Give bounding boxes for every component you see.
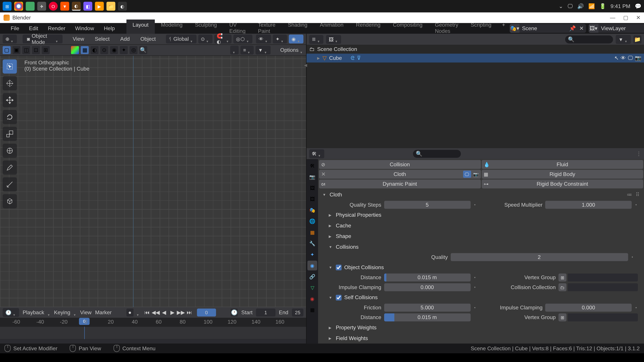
properties-options-icon[interactable]: ⋮ <box>636 150 642 157</box>
menu-file[interactable]: File <box>6 23 24 33</box>
outliner-editor-button[interactable]: ≣ <box>309 35 324 44</box>
anim-dot-icon[interactable]: • <box>473 285 477 290</box>
annotate-tool[interactable] <box>3 160 17 175</box>
scene-delete-icon[interactable]: ✕ <box>577 24 586 33</box>
options-button[interactable]: Options <box>280 47 298 53</box>
self-collisions-header[interactable]: ▼Self Collisions <box>318 292 644 303</box>
timeline-editor-button[interactable]: 🕐 <box>3 308 19 317</box>
search-icon[interactable]: 🔍 <box>139 46 148 54</box>
shading-2[interactable]: ◐ <box>90 46 98 54</box>
drag-icon[interactable]: ⠿ <box>636 192 640 198</box>
physics-fluid-button[interactable]: 💧Fluid <box>482 160 643 169</box>
speed-mult-field[interactable]: 1.000 <box>545 201 632 209</box>
outliner-new-collection[interactable]: 📁 <box>634 35 642 43</box>
transform-tool[interactable] <box>3 144 17 158</box>
tl-view[interactable]: View <box>80 309 92 316</box>
shading-3[interactable]: ⊙ <box>100 46 108 54</box>
timeline-ruler[interactable]: 0 -60-40-20020406080100120140160 <box>0 318 306 327</box>
color-icon[interactable] <box>71 46 79 54</box>
anim-dot-icon[interactable]: • <box>630 255 634 259</box>
impulse-field[interactable]: 0.000 <box>384 283 470 291</box>
self-distance-field[interactable]: 0.015 m <box>384 313 470 322</box>
distance-field[interactable]: 0.015 m <box>384 274 470 282</box>
tl-playback[interactable]: Playback <box>23 309 44 316</box>
cloth-panel-header[interactable]: ▼ Cloth ≔⠿ <box>318 189 644 200</box>
self-impulse-field[interactable]: 0.000 <box>545 304 632 312</box>
tab-particles-icon[interactable]: ✦ <box>308 250 317 259</box>
orientation-selector[interactable]: ᛩ Global <box>166 34 196 43</box>
viewlayer-name[interactable]: ViewLayer <box>598 25 644 31</box>
explorer-icon[interactable]: 📁 <box>106 2 116 11</box>
maximize-button[interactable]: ▢ <box>623 14 628 21</box>
self-collisions-checkbox[interactable] <box>336 295 342 300</box>
anim-dot-icon[interactable]: • <box>473 305 477 310</box>
close-button[interactable]: ✕ <box>636 14 640 21</box>
tab-tool-icon[interactable]: 🛠 <box>308 161 317 171</box>
autokey-button[interactable]: ● <box>126 309 133 317</box>
start-icon[interactable]: ⊞ <box>3 2 12 11</box>
anim-dot-icon[interactable]: • <box>634 305 638 310</box>
friction-field[interactable]: 5.000 <box>384 304 470 312</box>
mode-selector[interactable]: ◙ Object Mode <box>22 34 62 43</box>
tab-texture-icon[interactable]: ▦ <box>308 305 317 315</box>
end-frame[interactable]: 25 <box>292 309 304 317</box>
tab-constraint-icon[interactable]: 🔗 <box>308 272 317 281</box>
anim-dot-icon[interactable]: • <box>473 275 477 280</box>
tl-marker[interactable]: Marker <box>95 309 112 316</box>
tray-wifi-icon[interactable]: 📶 <box>588 3 595 9</box>
phys-props-header[interactable]: ▶Physical Properties <box>318 210 644 220</box>
self-vgroup-field[interactable] <box>568 313 638 322</box>
vgroup-icon[interactable]: ⊞ <box>558 313 566 322</box>
outliner-filter-button[interactable]: ▼ <box>616 35 631 44</box>
scene-selector[interactable]: 🎭▾ Scene 📌 ✕ <box>510 24 586 33</box>
tab-viewlayer-icon[interactable]: 🖾 <box>308 194 317 204</box>
vp-menu-select[interactable]: Select <box>90 34 114 44</box>
filter-dropdown[interactable]: ▼ <box>256 45 270 54</box>
tl-keying[interactable]: Keying <box>54 309 70 316</box>
display-icon[interactable]: 🖵 <box>463 171 471 178</box>
scene-name[interactable]: Scene <box>520 25 568 31</box>
collapse-icon[interactable]: ◀ <box>304 58 308 72</box>
menu-help[interactable]: Help <box>100 23 119 33</box>
tab-material-icon[interactable]: ◉ <box>308 294 317 304</box>
vgroup-icon[interactable]: ⊞ <box>558 274 566 282</box>
move-tool[interactable] <box>3 93 17 107</box>
brave-icon[interactable]: ▼ <box>60 2 69 11</box>
shading-dropdown[interactable] <box>230 45 239 54</box>
menu-edit[interactable]: Edit <box>24 23 42 33</box>
viewlayer-browse-icon[interactable]: 🖼▾ <box>588 24 598 33</box>
jump-start-icon[interactable]: ⏮ <box>143 309 151 317</box>
chrome-icon[interactable] <box>14 2 23 11</box>
properties-search[interactable]: 🔍 <box>413 150 461 158</box>
shape-header[interactable]: ▶Shape <box>318 231 644 242</box>
anim-dot-icon[interactable]: • <box>634 203 638 207</box>
gizmo-button[interactable]: ✦ <box>273 34 287 43</box>
start-frame[interactable]: 1 <box>256 309 276 317</box>
obj-collisions-checkbox[interactable] <box>336 265 342 270</box>
vp-menu-add[interactable]: Add <box>116 34 134 44</box>
vp-menu-object[interactable]: Object <box>136 34 160 44</box>
menu-render[interactable]: Render <box>44 23 70 33</box>
tab-object-icon[interactable]: ▦ <box>308 227 317 237</box>
hide-render-icon[interactable]: 🖵 <box>628 55 633 61</box>
coll-collection-field[interactable] <box>568 283 638 291</box>
collisions-header[interactable]: ▼Collisions <box>318 242 644 252</box>
list-icon[interactable]: ≔ <box>627 192 632 198</box>
cache-header[interactable]: ▶Cache <box>318 220 644 231</box>
scene-pin-icon[interactable]: 📌 <box>568 24 577 33</box>
scene-browse-icon[interactable]: 🎭▾ <box>510 24 520 33</box>
hide-select-icon[interactable]: ↖ <box>614 55 619 61</box>
tab-output-icon[interactable]: 🖼 <box>308 183 317 193</box>
select-mode-2[interactable]: ▣ <box>12 46 20 54</box>
quality-field[interactable]: 2 <box>450 253 628 261</box>
3d-viewport[interactable]: Front Orthographic (0) Scene Collection … <box>0 56 306 307</box>
physics-rigidbody-button[interactable]: ▦Rigid Body <box>482 170 643 179</box>
hide-viewport-icon[interactable]: 👁 <box>620 55 626 61</box>
tab-scene-icon[interactable]: 🎭 <box>308 205 317 215</box>
physics-collision-button[interactable]: ⊘Collision <box>319 160 481 169</box>
collection-icon[interactable]: 🗀 <box>558 283 566 291</box>
shading-6[interactable]: ◎ <box>130 46 138 54</box>
minimize-button[interactable]: — <box>610 14 615 21</box>
remove-icon[interactable]: ✕ <box>321 171 326 177</box>
play-icon[interactable]: ▶ <box>168 309 176 317</box>
